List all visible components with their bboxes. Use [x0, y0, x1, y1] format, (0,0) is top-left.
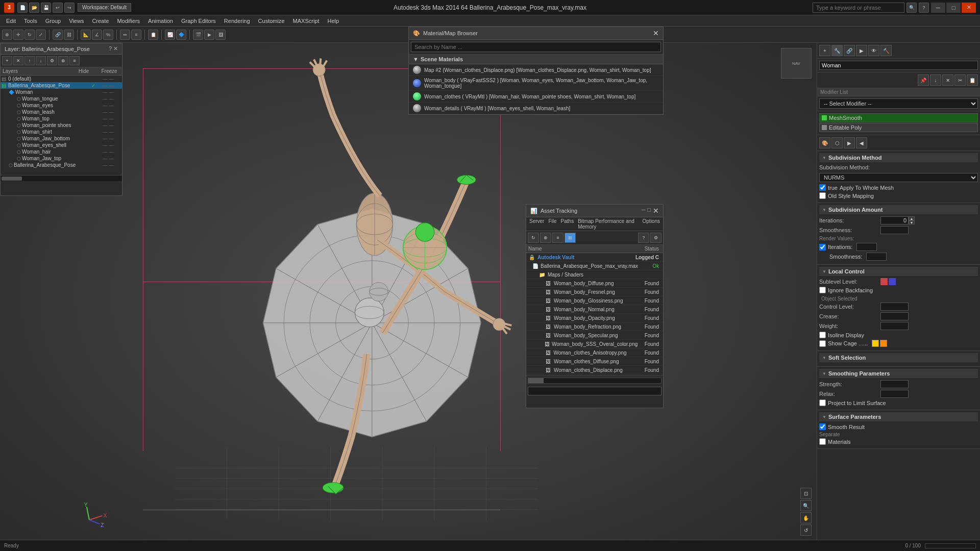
at-item-body-diffuse[interactable]: 🖼 Woman_body_Diffuse.png Found [526, 279, 663, 288]
menu-help[interactable]: Help [324, 17, 344, 25]
layer-item-woman[interactable]: 🔷 Woman — — [1, 89, 122, 95]
move-button[interactable]: ✛ [13, 30, 23, 40]
render-button[interactable]: ▶ [204, 30, 214, 40]
sublevel-color2[interactable] [889, 278, 896, 285]
asset-tracking-close[interactable]: ✕ [653, 207, 659, 215]
weight-input[interactable]: 1.0 [880, 322, 909, 330]
link-button[interactable]: 🔗 [53, 30, 63, 40]
close-button[interactable]: ✕ [962, 3, 976, 13]
rp-wire-icon[interactable]: ⬡ [831, 137, 843, 148]
rp-modify-icon[interactable]: 🔧 [831, 45, 843, 56]
layer-add-selected[interactable]: ≡ [69, 56, 80, 65]
relax-input[interactable]: 0.0 [880, 390, 909, 398]
at-btn-detail[interactable]: ⊞ [565, 233, 576, 243]
help-button[interactable]: ? [919, 3, 929, 13]
layer-item-woman-hair[interactable]: ⬡ Woman_hair — — [1, 148, 122, 155]
new-button[interactable]: 📄 [17, 3, 28, 13]
layer-create-new[interactable]: + [2, 56, 12, 65]
menu-rendering[interactable]: Rendering [220, 17, 254, 25]
at-item-body-opacity[interactable]: 🖼 Woman_body_Opacity.png Found [526, 314, 663, 322]
redo-button[interactable]: ↪ [64, 3, 75, 13]
layer-help-button[interactable]: ? [109, 45, 112, 52]
material-item-woman-body[interactable]: Woman_body ( VRayFastSSS2 ) [Woman, Woma… [409, 76, 663, 91]
unlink-button[interactable]: ⛓ [64, 30, 74, 40]
at-btn-settings[interactable]: ⚙ [650, 233, 662, 243]
viewport-3d[interactable]: [Perspective] [Shaded + Edged Faces] Tot… [0, 43, 817, 551]
at-item-body-specular[interactable]: 🖼 Woman_body_Specular.png Found [526, 331, 663, 340]
render-iter-checkbox[interactable] [819, 244, 826, 251]
layer-item-ballerina-pose[interactable]: ⬡ Ballerina_Arabesque_Pose — — [1, 162, 122, 168]
at-menu-bitmap-perf[interactable]: Bitmap Performance and Memory [578, 218, 638, 230]
at-item-clothes-diffuse[interactable]: 🖼 Woman_clothes_Diffuse.png Found [526, 357, 663, 366]
asset-tracking-minimize[interactable]: ─ [642, 207, 646, 215]
at-scrollbar-thumb[interactable] [528, 378, 544, 383]
minimize-button[interactable]: ─ [931, 3, 945, 13]
rotate-button[interactable]: ↻ [24, 30, 35, 40]
zoom-extents-button[interactable]: ⊡ [800, 488, 812, 499]
rp-obj-color-icon[interactable]: 🎨 [819, 137, 830, 148]
layer-select-objects[interactable]: ⊕ [58, 56, 68, 65]
percent-snap[interactable]: % [103, 30, 113, 40]
rp-delete-icon[interactable]: ✕ [942, 74, 953, 86]
smooth-result-checkbox[interactable] [819, 423, 826, 430]
open-button[interactable]: 📂 [29, 3, 39, 13]
layer-list[interactable]: ▤ 0 (default) — — ▤ Ballerina_Arabesque_… [1, 76, 122, 175]
modifier-editable-poly[interactable]: Editable Poly [819, 123, 978, 132]
schematic-view[interactable]: 🔷 [176, 30, 186, 40]
layer-close-button[interactable]: ✕ [113, 45, 118, 52]
at-item-body-normal[interactable]: 🖼 Woman_body_Normal.png Found [526, 305, 663, 314]
at-item-body-glossiness[interactable]: 🖼 Woman_body_Glossiness.png Found [526, 296, 663, 305]
save-button[interactable]: 💾 [41, 3, 51, 13]
select-button[interactable]: ⊕ [2, 30, 12, 40]
rp-cut-icon[interactable]: ✂ [954, 74, 966, 86]
pan-button[interactable]: ✋ [800, 512, 812, 523]
iterations-up[interactable]: ▲ [909, 216, 915, 220]
rp-next-obj[interactable]: ▶ [844, 137, 855, 148]
menu-animation[interactable]: Animation [144, 17, 177, 25]
project-to-limit-checkbox[interactable] [819, 399, 826, 406]
viewport-area[interactable]: [Perspective] [Shaded + Edged Faces] Tot… [0, 43, 817, 551]
render-iter-input[interactable]: 2 [856, 243, 877, 251]
at-item-clothes-fresnel[interactable]: 🖼 Woman_clothes_Fresnel.png Found [526, 374, 663, 375]
at-item-ballerina-file[interactable]: 📄 Ballerina_Arabesque_Pose_max_vray.max … [526, 262, 663, 270]
sublevel-color1[interactable] [880, 278, 888, 285]
rp-create-icon[interactable]: + [819, 45, 830, 56]
at-menu-server[interactable]: Server [529, 218, 544, 230]
modifier-meshsmooth[interactable]: MeshSmooth [819, 113, 978, 122]
layer-scrollbar-h[interactable] [1, 175, 122, 181]
menu-edit[interactable]: Edit [2, 17, 20, 25]
show-cage-checkbox[interactable] [819, 340, 826, 347]
layer-settings[interactable]: ⚙ [47, 56, 57, 65]
layer-item-woman-pointe[interactable]: ⬡ Woman_pointe shoes — — [1, 122, 122, 129]
layer-scrollbar-thumb[interactable] [2, 177, 22, 181]
menu-create[interactable]: Create [88, 17, 113, 25]
orbit-button[interactable]: ↺ [800, 524, 812, 536]
menu-tools[interactable]: Tools [20, 17, 41, 25]
menu-modifiers[interactable]: Modifiers [113, 17, 144, 25]
zoom-button[interactable]: 🔍 [800, 500, 812, 511]
navigation-cube[interactable]: NAV [781, 48, 812, 79]
at-btn-reload[interactable]: ↻ [528, 233, 539, 243]
ignore-backfacing-checkbox[interactable] [819, 287, 826, 293]
object-name-input[interactable] [819, 61, 978, 70]
cage-color1[interactable] [872, 340, 879, 347]
align-button[interactable]: ≡ [131, 30, 141, 40]
layer-delete[interactable]: ✕ [13, 56, 23, 65]
layer-item-woman-leash[interactable]: ⬡ Woman_leash — — [1, 109, 122, 115]
materials-checkbox[interactable] [819, 438, 826, 445]
layer-item-woman-tongue[interactable]: ⬡ Woman_tongue — — [1, 95, 122, 102]
snap-toggle[interactable]: 📐 [81, 30, 91, 40]
subdivision-method-select[interactable]: NURMS Classic Quad Output [819, 173, 978, 182]
control-level-input[interactable]: 0 [880, 303, 909, 311]
rp-utilities-icon[interactable]: 🔨 [880, 45, 892, 56]
menu-graph-editors[interactable]: Graph Editors [177, 17, 220, 25]
local-control-header[interactable]: Local Control [819, 267, 978, 276]
at-item-body-fresnel[interactable]: 🖼 Woman_body_Fresnel.png Found [526, 288, 663, 296]
subdivision-method-header[interactable]: Subdivision Method [819, 153, 978, 162]
rp-pin-icon[interactable]: 📌 [918, 74, 929, 86]
soft-selection-header[interactable]: Soft Selection [819, 353, 978, 362]
iterations-input[interactable]: 0 [880, 216, 909, 224]
apply-to-whole-mesh-checkbox[interactable] [819, 184, 826, 191]
timeline-bar[interactable] [925, 543, 976, 548]
at-item-vault[interactable]: 🔒 Autodesk Vault Logged C [526, 253, 663, 262]
